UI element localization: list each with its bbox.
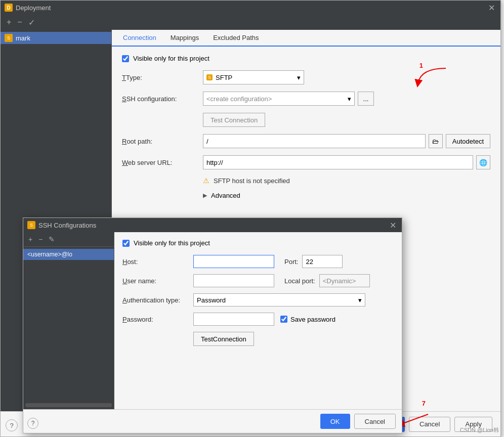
ssh-username-row: User name: Local port:	[122, 274, 394, 287]
ssh-save-password-label: Save password	[290, 316, 335, 323]
sidebar-item-label: mark	[16, 34, 30, 42]
ssh-auth-dropdown-arrow: ▾	[358, 296, 362, 304]
ssh-config-placeholder: <create configuration>	[206, 95, 272, 103]
tab-mappings[interactable]: Mappings	[163, 30, 206, 47]
ssh-sidebar-item[interactable]: <username>@lo	[23, 249, 114, 260]
ssh-config-control-group: <create configuration> ▾ ...	[203, 92, 490, 106]
ssh-cancel-button[interactable]: Cancel	[354, 414, 396, 429]
ssh-host-row: Host: Port:	[122, 255, 394, 268]
sidebar-item-mark[interactable]: S mark	[1, 32, 111, 44]
check-server-button[interactable]: ✓	[26, 17, 37, 28]
deployment-toolbar: + − ✓	[1, 15, 500, 30]
ssh-test-connection-button[interactable]: TestConnection	[193, 332, 254, 346]
ssh-localport-label: Local port:	[284, 277, 315, 285]
ssh-dialog-title: SSH Configurations	[38, 222, 96, 229]
advanced-row[interactable]: ▶ Advanced	[203, 192, 490, 199]
add-server-button[interactable]: +	[5, 17, 13, 28]
ssh-save-password-row: Save password	[280, 316, 335, 323]
tab-connection[interactable]: Connection	[116, 30, 163, 47]
ssh-localport-input[interactable]	[319, 274, 370, 287]
ssh-host-input[interactable]	[193, 255, 274, 268]
deployment-titlebar: D Deployment ✕	[1, 1, 500, 15]
watermark: CSDN @Lion韩	[460, 426, 499, 434]
ssh-content: Visible only for this project Host: Port…	[114, 232, 402, 409]
ssh-remove-button[interactable]: −	[36, 234, 45, 244]
ssh-sidebar: + − ✎ <username>@lo	[23, 232, 114, 409]
deployment-close-button[interactable]: ✕	[486, 3, 496, 13]
deployment-help-button[interactable]: ?	[6, 419, 18, 431]
ssh-port-label: Port:	[284, 258, 298, 266]
tab-excluded-paths[interactable]: Excluded Paths	[206, 30, 266, 47]
type-row: TType: S SFTP ▾	[122, 70, 490, 84]
ssh-test-row: TestConnection	[122, 332, 394, 346]
ssh-auth-value: Password	[197, 296, 226, 304]
ssh-auth-row: Authentication type: Password ▾	[122, 293, 394, 307]
root-path-label: Root path:	[122, 138, 203, 145]
ssh-add-button[interactable]: +	[26, 234, 34, 244]
web-server-input[interactable]	[203, 155, 473, 169]
type-select[interactable]: S SFTP ▾	[203, 70, 304, 84]
ssh-ellipsis-button[interactable]: ...	[358, 92, 374, 106]
web-server-row: Web server URL: 🌐	[122, 155, 490, 169]
deployment-icon: D	[5, 4, 13, 12]
folder-icon-button[interactable]: 🗁	[429, 134, 443, 148]
warning-text: SFTP host is not specified	[214, 177, 290, 185]
ssh-save-password-checkbox[interactable]	[280, 316, 287, 323]
ssh-edit-button[interactable]: ✎	[47, 234, 57, 244]
titlebar-left: D Deployment	[5, 4, 51, 12]
ssh-auth-label: Authentication type:	[122, 296, 193, 304]
ssh-visible-only-label: Visible only for this project	[134, 239, 210, 247]
ssh-auth-select[interactable]: Password ▾	[193, 293, 365, 307]
ssh-footer: ? OK Cancel	[23, 409, 402, 433]
ssh-titlebar: S SSH Configurations ✕	[23, 218, 402, 232]
ssh-close-button[interactable]: ✕	[388, 220, 398, 230]
autodetect-button[interactable]: Autodetect	[446, 134, 490, 148]
deployment-title: Deployment	[16, 4, 51, 12]
ssh-visible-only-row: Visible only for this project	[122, 239, 394, 247]
ssh-host-label: Host:	[122, 258, 193, 266]
root-path-control-group: 🗁 Autodetect	[203, 134, 490, 148]
ssh-port-input[interactable]	[302, 255, 343, 268]
ssh-sidebar-toolbar: + − ✎	[23, 232, 114, 247]
ssh-ok-button[interactable]: OK	[320, 414, 350, 429]
ssh-password-row: Password: Save password	[122, 313, 394, 326]
ssh-username-input[interactable]	[193, 274, 274, 287]
ssh-username-label: User name:	[122, 277, 193, 285]
type-control-group: S SFTP ▾	[203, 70, 490, 84]
visible-only-row: Visible only for this project	[122, 55, 490, 62]
test-connection-row: Test Connection	[122, 113, 490, 127]
tab-bar: Connection Mappings Excluded Paths	[112, 30, 500, 47]
test-connection-button[interactable]: Test Connection	[203, 113, 265, 127]
deployment-cancel-button[interactable]: Cancel	[409, 417, 450, 432]
ssh-config-dropdown-arrow: ▾	[348, 95, 351, 103]
ssh-visible-only-checkbox[interactable]	[122, 240, 130, 247]
visible-only-checkbox[interactable]	[122, 55, 129, 62]
ssh-config-row: SSH configuration: <create configuration…	[122, 92, 490, 106]
web-server-label: Web server URL:	[122, 159, 203, 166]
ssh-dialog: S SSH Configurations ✕ + − ✎ <username>@…	[23, 217, 402, 433]
root-path-row: Root path: 🗁 Autodetect	[122, 134, 490, 148]
ssh-password-input[interactable]	[193, 313, 274, 326]
visible-only-label: Visible only for this project	[133, 55, 209, 62]
advanced-triangle-icon: ▶	[203, 192, 207, 199]
type-label-u: T	[122, 74, 126, 81]
type-value: SFTP	[216, 74, 232, 81]
ssh-sidebar-list: <username>@lo	[23, 247, 114, 401]
ssh-config-select[interactable]: <create configuration> ▾	[203, 92, 355, 106]
warning-row: ⚠ SFTP host is not specified	[203, 177, 490, 185]
type-label: TType:	[122, 74, 203, 81]
globe-icon-button[interactable]: 🌐	[476, 155, 490, 169]
ssh-config-label: SSH configuration:	[122, 95, 203, 103]
ssh-titlebar-left: S SSH Configurations	[27, 221, 96, 229]
advanced-label: Advanced	[211, 192, 240, 199]
ssh-body: + − ✎ <username>@lo Visible only for thi…	[23, 232, 402, 409]
ssh-help-button[interactable]: ?	[27, 418, 38, 429]
remove-server-button[interactable]: −	[15, 17, 24, 28]
type-dropdown-arrow: ▾	[297, 74, 301, 81]
root-path-input[interactable]	[203, 134, 426, 148]
ssh-dialog-icon: S	[27, 221, 35, 229]
sftp-icon: S	[5, 34, 13, 42]
web-server-control-group: 🌐	[203, 155, 490, 169]
ssh-password-label: Password:	[122, 316, 193, 323]
ssh-scrollbar[interactable]	[25, 403, 112, 407]
